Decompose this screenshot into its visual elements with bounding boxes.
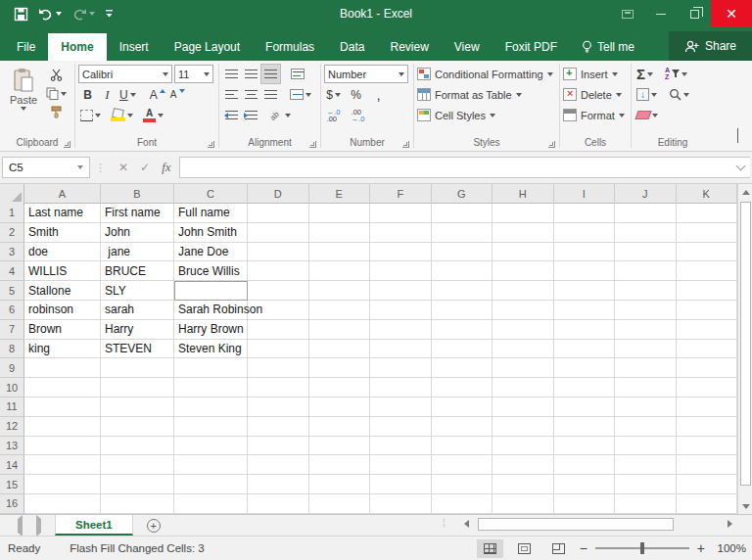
cell-F7[interactable] (370, 320, 432, 340)
cell-F11[interactable] (370, 397, 432, 417)
tab-data[interactable]: Data (327, 33, 377, 61)
cell-H16[interactable] (493, 494, 554, 514)
cell-I6[interactable] (554, 301, 616, 320)
cell-K16[interactable] (677, 494, 738, 514)
cell-E5[interactable] (309, 281, 371, 301)
cell-C8[interactable]: Steven King (174, 340, 248, 359)
row-header-10[interactable]: 10 (0, 378, 24, 397)
sheet-nav-left-icon[interactable] (18, 519, 23, 533)
cell-F2[interactable] (370, 223, 432, 243)
align-bottom-button[interactable] (261, 65, 280, 83)
tell-me-box[interactable]: Tell me (570, 33, 646, 61)
cell-B14[interactable] (101, 455, 174, 475)
cell-K10[interactable] (677, 378, 738, 397)
align-center-button[interactable] (242, 85, 260, 104)
column-header-E[interactable]: E (309, 184, 371, 204)
cell-C9[interactable] (174, 358, 248, 378)
cell-F5[interactable] (370, 281, 432, 301)
cell-I15[interactable] (554, 475, 616, 494)
cell-H8[interactable] (493, 340, 554, 359)
cell-G10[interactable] (432, 378, 494, 397)
share-button[interactable]: Share (669, 31, 752, 61)
cell-H4[interactable] (493, 261, 554, 281)
cell-I5[interactable] (554, 281, 616, 301)
cell-B10[interactable] (101, 378, 174, 397)
cell-J6[interactable] (615, 301, 677, 320)
cell-H14[interactable] (493, 455, 554, 475)
underline-button[interactable]: U (118, 85, 138, 104)
cell-A8[interactable]: king (24, 340, 101, 359)
row-header-8[interactable]: 8 (0, 340, 24, 359)
row-header-15[interactable]: 15 (0, 475, 24, 494)
cell-K5[interactable] (677, 281, 738, 301)
insert-cells-button[interactable]: Insert (563, 64, 628, 84)
cell-A3[interactable]: doe (24, 243, 101, 262)
name-box[interactable]: C5 (2, 157, 90, 178)
column-header-D[interactable]: D (248, 184, 309, 204)
increase-decimal-button[interactable]: ←.0.00 (324, 106, 343, 124)
cell-F15[interactable] (370, 475, 432, 494)
formula-cancel-icon[interactable]: ✕ (118, 161, 128, 174)
column-header-F[interactable]: F (370, 184, 432, 204)
cell-E1[interactable] (309, 204, 371, 223)
merge-center-button[interactable] (288, 85, 313, 104)
cell-F13[interactable] (370, 437, 432, 456)
cell-B2[interactable]: John (101, 223, 174, 243)
cell-E8[interactable] (309, 340, 371, 359)
cell-H1[interactable] (493, 204, 554, 223)
increase-font-button[interactable]: A (148, 85, 167, 104)
tab-page-layout[interactable]: Page Layout (162, 33, 253, 61)
cell-E9[interactable] (309, 358, 371, 378)
cell-H11[interactable] (493, 397, 554, 417)
cell-G12[interactable] (432, 417, 494, 437)
find-select-button[interactable] (667, 85, 691, 104)
conditional-formatting-button[interactable]: Conditional Formatting (417, 64, 556, 84)
tab-foxit-pdf[interactable]: Foxit PDF (493, 33, 570, 61)
cell-F8[interactable] (370, 340, 432, 359)
cell-B13[interactable] (101, 437, 174, 456)
cell-D4[interactable] (248, 261, 309, 281)
cell-F14[interactable] (370, 455, 432, 475)
cell-G11[interactable] (432, 397, 494, 417)
row-header-2[interactable]: 2 (0, 223, 24, 243)
cell-E12[interactable] (309, 417, 371, 437)
cell-C10[interactable] (174, 378, 248, 397)
clipboard-dialog-launcher-icon[interactable] (64, 141, 70, 148)
align-right-button[interactable] (261, 85, 280, 104)
cell-J14[interactable] (615, 455, 677, 475)
cell-F12[interactable] (370, 417, 432, 437)
ribbon-display-options-icon[interactable] (611, 0, 644, 27)
cell-C11[interactable] (174, 397, 248, 417)
row-header-3[interactable]: 3 (0, 243, 24, 262)
row-header-9[interactable]: 9 (0, 358, 24, 378)
cell-J12[interactable] (615, 417, 677, 437)
cell-G16[interactable] (432, 494, 494, 514)
cell-K9[interactable] (677, 358, 738, 378)
cell-D2[interactable] (248, 223, 309, 243)
cell-C15[interactable] (174, 475, 248, 494)
cell-K4[interactable] (677, 261, 738, 281)
save-icon[interactable] (14, 7, 28, 22)
cell-D9[interactable] (248, 358, 309, 378)
cell-A10[interactable] (24, 378, 101, 397)
tab-formulas[interactable]: Formulas (253, 33, 327, 61)
cell-C2[interactable]: John Smith (174, 223, 248, 243)
tab-sheet1[interactable]: Sheet1 (55, 515, 133, 536)
restore-icon[interactable] (678, 0, 711, 27)
cell-H9[interactable] (493, 358, 554, 378)
cell-D6[interactable] (248, 301, 309, 320)
cell-H12[interactable] (493, 417, 554, 437)
tab-file[interactable]: File (4, 33, 48, 61)
cell-B3[interactable]: jane (101, 243, 174, 262)
column-header-K[interactable]: K (677, 184, 738, 204)
customize-toolbar-icon[interactable] (105, 9, 114, 19)
cell-J7[interactable] (615, 320, 677, 340)
font-dialog-launcher-icon[interactable] (208, 141, 214, 148)
cell-I14[interactable] (554, 455, 616, 475)
cell-C16[interactable] (174, 494, 248, 514)
cell-E16[interactable] (309, 494, 371, 514)
cell-E7[interactable] (309, 320, 371, 340)
tab-view[interactable]: View (442, 33, 493, 61)
cell-C12[interactable] (174, 417, 248, 437)
cell-H10[interactable] (493, 378, 554, 397)
